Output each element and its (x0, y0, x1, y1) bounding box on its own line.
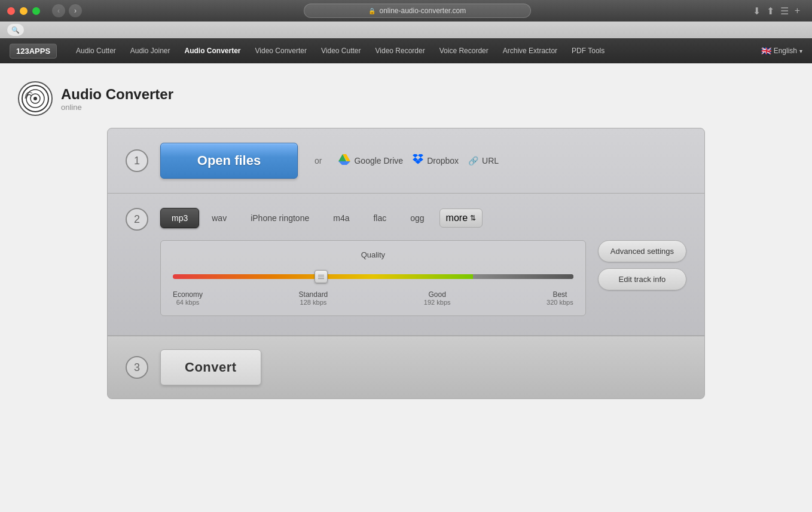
quality-label-name: Best (547, 290, 573, 299)
nav-pdf-tools[interactable]: PDF Tools (564, 38, 612, 63)
format-tab-ogg[interactable]: ogg (399, 208, 435, 228)
cloud-options: Google Drive Dropbox 🔗 URL (338, 154, 499, 168)
chevron-down-icon: ▾ (799, 48, 802, 54)
nav-archive-extractor[interactable]: Archive Extractor (496, 38, 564, 63)
quality-label-name: Standard (299, 290, 328, 299)
quality-section: Quality (160, 240, 586, 316)
quality-row: Quality (160, 240, 686, 321)
language-label: English (774, 47, 797, 55)
search-toolbar: 🔍 (0, 22, 812, 38)
app-subtitle: online (61, 103, 173, 112)
app-title: Audio Converter (61, 86, 173, 103)
search-icon: 🔍 (11, 26, 20, 34)
google-drive-label: Google Drive (354, 156, 403, 165)
step3-number: 3 (126, 356, 148, 379)
forward-button[interactable]: › (69, 4, 82, 17)
link-icon: 🔗 (468, 156, 478, 165)
step2-number: 2 (126, 208, 148, 231)
step1-number: 1 (126, 149, 148, 172)
format-more-button[interactable]: more ⇅ (439, 209, 483, 228)
step2-section: 2 mp3 wav iPhone ringtone m4a flac ogg m… (108, 194, 704, 336)
browser-addressbar: 🔒 online-audio-converter.com (111, 4, 724, 18)
nav-audio-cutter[interactable]: Audio Cutter (69, 38, 123, 63)
browser-titlebar: ‹ › 🔒 online-audio-converter.com ⬇ ⬆ ☰ + (0, 0, 812, 22)
quality-title: Quality (173, 250, 573, 259)
browser-chrome: ‹ › 🔒 online-audio-converter.com ⬇ ⬆ ☰ +… (0, 0, 812, 38)
handle-line (318, 278, 324, 279)
quality-label-kbps: 320 kbps (547, 299, 573, 306)
nav-video-cutter[interactable]: Video Cutter (314, 38, 368, 63)
nav-audio-joiner[interactable]: Audio Joiner (123, 38, 178, 63)
format-tab-iphone-ringtone[interactable]: iPhone ringtone (239, 208, 320, 228)
google-drive-button[interactable]: Google Drive (338, 154, 403, 167)
format-tab-flac[interactable]: flac (362, 208, 398, 228)
dropbox-icon (413, 154, 423, 168)
audio-converter-logo-icon (20, 84, 50, 114)
quality-label-name: Economy (173, 290, 203, 299)
step3-row: 3 Convert (126, 349, 686, 385)
browser-nav: ‹ › (52, 4, 82, 17)
handle-line (318, 277, 324, 277)
quality-label-economy: Economy 64 kbps (173, 290, 203, 306)
step1-row: 1 Open files or Google Drive (126, 143, 686, 179)
advanced-settings-button[interactable]: Advanced settings (598, 240, 686, 262)
search-input-wrap[interactable]: 🔍 (7, 24, 24, 36)
browser-actions: ⬇ ⬆ ☰ + (753, 5, 800, 17)
svg-point-3 (33, 97, 37, 100)
quality-label-good: Good 192 kbps (424, 290, 451, 306)
download-icon[interactable]: ⬇ (753, 5, 761, 17)
dropbox-button[interactable]: Dropbox (413, 154, 459, 168)
format-tabs: mp3 wav iPhone ringtone m4a flac ogg mor… (160, 208, 686, 228)
format-tab-wav[interactable]: wav (200, 208, 238, 228)
app-title-group: Audio Converter online (61, 86, 173, 112)
quality-label-kbps: 64 kbps (173, 299, 203, 306)
brand-logo[interactable]: 123APPS (10, 44, 57, 59)
edit-track-info-button[interactable]: Edit track info (598, 268, 686, 290)
url-text: online-audio-converter.com (379, 7, 466, 15)
close-button[interactable] (7, 7, 15, 15)
reading-icon[interactable]: ☰ (780, 5, 789, 17)
quality-settings-col: Advanced settings Edit track info (598, 240, 686, 290)
format-tab-mp3[interactable]: mp3 (160, 208, 199, 228)
converter-area: 1 Open files or Google Drive (107, 128, 705, 399)
quality-label-kbps: 192 kbps (424, 299, 451, 306)
quality-handle[interactable] (315, 270, 328, 283)
lock-icon: 🔒 (368, 8, 376, 14)
nav-video-converter[interactable]: Video Converter (248, 38, 315, 63)
quality-label-standard: Standard 128 kbps (299, 290, 328, 306)
page-content: Audio Converter online 1 Open files or (0, 63, 812, 512)
language-selector[interactable]: 🇬🇧 English ▾ (761, 46, 802, 56)
google-drive-icon (338, 154, 350, 167)
quality-label-best: Best 320 kbps (547, 290, 573, 306)
app-logo (18, 81, 53, 116)
nav-audio-converter[interactable]: Audio Converter (178, 38, 248, 63)
step1-section: 1 Open files or Google Drive (108, 128, 704, 194)
share-icon[interactable]: ⬆ (767, 5, 774, 17)
maximize-button[interactable] (32, 7, 40, 15)
svg-marker-6 (338, 161, 350, 165)
url-bar[interactable]: 🔒 online-audio-converter.com (304, 4, 531, 18)
convert-button[interactable]: Convert (160, 349, 261, 385)
quality-label-name: Good (424, 290, 451, 299)
quality-slider[interactable] (173, 268, 573, 286)
quality-track (173, 274, 573, 279)
quality-labels: Economy 64 kbps Standard 128 kbps Good 1… (173, 290, 573, 306)
minimize-button[interactable] (20, 7, 28, 15)
nav-video-recorder[interactable]: Video Recorder (368, 38, 432, 63)
more-formats-label: more (446, 213, 468, 223)
handle-line (318, 275, 324, 275)
flag-icon: 🇬🇧 (761, 46, 771, 56)
open-files-button[interactable]: Open files (160, 143, 298, 179)
nav-voice-recorder[interactable]: Voice Recorder (432, 38, 496, 63)
url-button[interactable]: 🔗 URL (468, 156, 499, 165)
add-tab-icon[interactable]: + (795, 5, 800, 16)
dropbox-label: Dropbox (427, 156, 459, 165)
or-text: or (315, 156, 322, 165)
back-button[interactable]: ‹ (52, 4, 65, 17)
format-tab-m4a[interactable]: m4a (322, 208, 361, 228)
handle-lines (318, 275, 324, 279)
step2-left: mp3 wav iPhone ringtone m4a flac ogg mor… (160, 208, 686, 321)
url-label: URL (482, 156, 499, 165)
main-nav: 123APPS Audio Cutter Audio Joiner Audio … (0, 38, 812, 63)
quality-track-grey (473, 274, 573, 279)
